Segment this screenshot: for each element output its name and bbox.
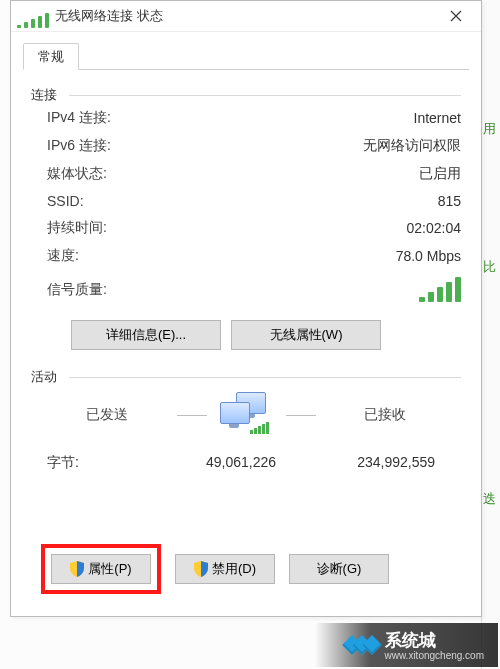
shield-icon bbox=[194, 561, 208, 577]
watermark-brand: 系统城 bbox=[385, 631, 436, 650]
media-value: 已启用 bbox=[419, 165, 461, 183]
watermark-url: www.xitongcheng.com bbox=[385, 650, 485, 661]
ipv6-label: IPv6 连接: bbox=[47, 137, 111, 155]
ipv4-label: IPv4 连接: bbox=[47, 109, 111, 127]
duration-label: 持续时间: bbox=[47, 219, 107, 237]
side-marker: 迭 bbox=[483, 490, 496, 508]
tab-general[interactable]: 常规 bbox=[23, 43, 79, 70]
signal-label: 信号质量: bbox=[47, 281, 107, 299]
duration-row: 持续时间: 02:02:04 bbox=[31, 214, 461, 242]
wireless-properties-button[interactable]: 无线属性(W) bbox=[231, 320, 381, 350]
disable-button-label: 禁用(D) bbox=[212, 560, 256, 578]
side-marker: 比 bbox=[483, 258, 496, 276]
ssid-row: SSID: 815 bbox=[31, 188, 461, 214]
sent-label: 已发送 bbox=[47, 406, 167, 424]
details-button[interactable]: 详细信息(E)... bbox=[71, 320, 221, 350]
titlebar[interactable]: 无线网络连接 状态 bbox=[11, 1, 481, 32]
watermark: 系统城 www.xitongcheng.com bbox=[315, 623, 499, 667]
diagnose-button[interactable]: 诊断(G) bbox=[289, 554, 389, 584]
signal-bars-icon bbox=[419, 278, 461, 302]
watermark-logo-icon bbox=[345, 638, 379, 652]
connection-section-title: 连接 bbox=[31, 86, 57, 104]
bytes-row: 字节: 49,061,226 234,992,559 bbox=[31, 438, 461, 480]
properties-button-label: 属性(P) bbox=[88, 560, 131, 578]
separator-line bbox=[286, 415, 316, 416]
side-marker: 用 bbox=[483, 120, 496, 138]
shield-icon bbox=[70, 561, 84, 577]
connection-buttons: 详细信息(E)... 无线属性(W) bbox=[71, 320, 461, 350]
activity-section: 活动 已发送 已接收 字节: 49,061,226 234,992,559 bbox=[31, 368, 461, 480]
bytes-label: 字节: bbox=[47, 454, 127, 472]
tab-strip: 常规 bbox=[23, 42, 469, 70]
close-button[interactable] bbox=[437, 5, 475, 27]
bytes-sent-value: 49,061,226 bbox=[127, 454, 286, 472]
properties-button[interactable]: 属性(P) bbox=[51, 554, 151, 584]
bottom-buttons: 属性(P) 禁用(D) 诊断(G) bbox=[41, 544, 389, 594]
separator-line bbox=[177, 415, 207, 416]
ipv4-value: Internet bbox=[414, 110, 461, 126]
network-computers-icon bbox=[216, 392, 276, 438]
received-label: 已接收 bbox=[325, 406, 445, 424]
speed-label: 速度: bbox=[47, 247, 79, 265]
media-label: 媒体状态: bbox=[47, 165, 107, 183]
activity-section-title: 活动 bbox=[31, 368, 57, 386]
ssid-value: 815 bbox=[438, 193, 461, 209]
media-row: 媒体状态: 已启用 bbox=[31, 160, 461, 188]
connection-section: 连接 IPv4 连接: Internet IPv6 连接: 无网络访问权限 媒体… bbox=[31, 86, 461, 350]
disable-button[interactable]: 禁用(D) bbox=[175, 554, 275, 584]
background-stripe bbox=[481, 0, 500, 669]
duration-value: 02:02:04 bbox=[407, 220, 462, 236]
ipv6-row: IPv6 连接: 无网络访问权限 bbox=[31, 132, 461, 160]
ssid-label: SSID: bbox=[47, 193, 84, 209]
dialog-window: 无线网络连接 状态 常规 连接 IPv4 连接: Internet IPv6 连… bbox=[10, 0, 482, 617]
speed-row: 速度: 78.0 Mbps bbox=[31, 242, 461, 270]
wifi-signal-icon bbox=[17, 4, 49, 28]
diagnose-button-label: 诊断(G) bbox=[317, 560, 362, 578]
activity-header: 已发送 已接收 bbox=[31, 386, 461, 438]
bytes-received-value: 234,992,559 bbox=[286, 454, 445, 472]
speed-value: 78.0 Mbps bbox=[396, 248, 461, 264]
signal-row: 信号质量: bbox=[31, 270, 461, 306]
ipv6-value: 无网络访问权限 bbox=[363, 137, 461, 155]
close-icon bbox=[450, 10, 462, 22]
highlight-box: 属性(P) bbox=[41, 544, 161, 594]
ipv4-row: IPv4 连接: Internet bbox=[31, 104, 461, 132]
window-title: 无线网络连接 状态 bbox=[55, 7, 437, 25]
